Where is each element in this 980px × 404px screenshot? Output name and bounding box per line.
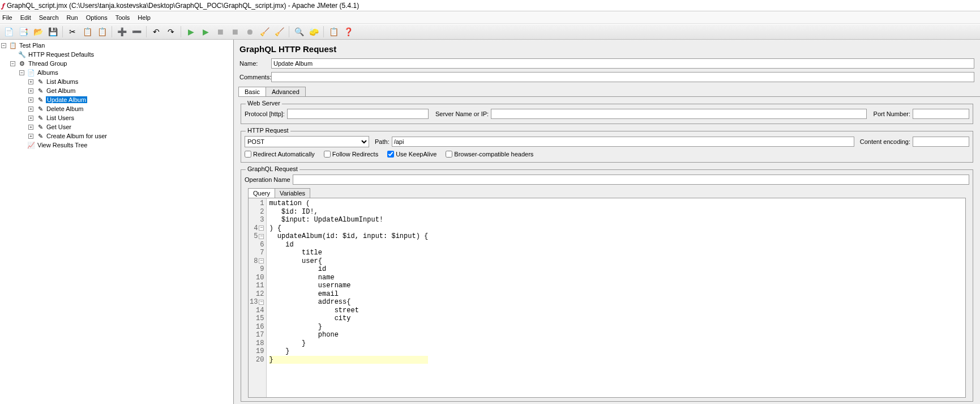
keepalive-checkbox[interactable]: Use KeepAlive	[387, 151, 436, 158]
menu-options[interactable]: Options	[86, 14, 108, 21]
tree-item-update-album[interactable]: +✎Update Album	[0, 95, 233, 104]
stop-icon[interactable]: ⏹	[214, 25, 226, 38]
code-line[interactable]: mutation (	[269, 199, 428, 208]
help-icon[interactable]: ❓	[342, 25, 354, 38]
tab-basic[interactable]: Basic	[238, 87, 266, 96]
tree-item-albums[interactable]: −📄Albums	[0, 68, 233, 77]
search-icon[interactable]: 🔍	[293, 25, 305, 38]
cut-icon[interactable]: ✂	[66, 25, 79, 38]
code-line[interactable]: city	[269, 314, 428, 323]
code-line[interactable]: }	[269, 347, 428, 356]
server-input[interactable]	[491, 109, 867, 119]
clear-icon[interactable]: 🧹	[258, 25, 271, 38]
fold-icon[interactable]: −	[259, 226, 264, 231]
tree-item-list-albums[interactable]: +✎List Albums	[0, 77, 233, 86]
subtab-query[interactable]: Query	[248, 188, 275, 198]
tab-advanced[interactable]: Advanced	[266, 87, 306, 96]
browser-compat-checkbox[interactable]: Browser-compatible headers	[446, 151, 533, 158]
redo-icon[interactable]: ↷	[165, 25, 177, 38]
comments-input[interactable]	[271, 72, 974, 82]
code-line[interactable]: street	[269, 307, 428, 315]
tree-toggle-icon[interactable]: −	[1, 43, 6, 48]
toggle-icon[interactable]: ⏺	[243, 25, 256, 38]
protocol-input[interactable]	[287, 109, 429, 119]
tree-item-test-plan[interactable]: −📋Test Plan	[0, 41, 233, 50]
undo-icon[interactable]: ↶	[150, 25, 162, 38]
tree-toggle-icon[interactable]: +	[28, 107, 33, 112]
menu-help[interactable]: Help	[138, 14, 151, 21]
code-line[interactable]: name	[269, 274, 428, 282]
code-line[interactable]: }	[269, 323, 428, 331]
tree-item-thread-group[interactable]: −⚙Thread Group	[0, 59, 233, 68]
reset-search-icon[interactable]: 🧽	[307, 25, 320, 38]
tree-toggle-icon[interactable]: −	[10, 61, 15, 66]
encoding-input[interactable]	[913, 137, 969, 147]
save-icon[interactable]: 💾	[46, 25, 59, 38]
tree-item-list-users[interactable]: +✎List Users	[0, 113, 233, 122]
menu-file[interactable]: File	[2, 14, 12, 21]
code-line[interactable]: ) {	[269, 224, 428, 233]
tree-toggle-icon[interactable]: +	[28, 88, 33, 93]
code-line[interactable]: email	[269, 290, 428, 299]
tree-toggle-icon[interactable]: +	[28, 125, 33, 130]
code-line[interactable]: }	[269, 356, 428, 364]
tree-toggle-icon[interactable]: −	[19, 70, 24, 75]
run-icon[interactable]: ▶	[185, 25, 197, 38]
add-icon[interactable]: ➕	[115, 25, 128, 38]
code-line[interactable]: user{	[269, 257, 428, 266]
redirect-auto-checkbox[interactable]: Redirect Automatically	[245, 151, 315, 158]
tree-toggle-icon[interactable]: +	[28, 116, 33, 121]
code-line[interactable]: id	[269, 265, 428, 274]
templates-icon[interactable]: 📑	[17, 25, 29, 38]
code-line[interactable]: address{	[269, 298, 428, 307]
name-input[interactable]	[271, 58, 974, 69]
fold-icon[interactable]: −	[259, 258, 264, 263]
open-icon[interactable]: 📂	[32, 25, 44, 38]
clear-all-icon[interactable]: 🧹	[273, 25, 285, 38]
port-input[interactable]	[913, 109, 969, 119]
path-input[interactable]	[392, 137, 854, 147]
toolbar-separator	[323, 26, 324, 37]
paste-icon[interactable]: 📋	[96, 25, 108, 38]
code-line[interactable]: username	[269, 282, 428, 290]
fold-icon[interactable]: −	[259, 300, 264, 305]
code-line[interactable]: updateAlbum(id: $id, input: $input) {	[269, 232, 428, 241]
tree-toggle-icon[interactable]: +	[28, 79, 33, 84]
code-line[interactable]: phone	[269, 331, 428, 339]
run-noTimer-icon[interactable]: ▶	[199, 25, 212, 38]
tree-label: View Results Tree	[37, 142, 88, 148]
function-helper-icon[interactable]: 📋	[327, 25, 340, 38]
remove-icon[interactable]: ➖	[130, 25, 143, 38]
tree-item-get-album[interactable]: +✎Get Album	[0, 86, 233, 95]
code-area[interactable]: mutation ( $id: ID!, $input: UpdateAlbum…	[267, 198, 430, 397]
opname-input[interactable]	[293, 175, 969, 185]
tree-panel[interactable]: −📋Test Plan🔧HTTP Request Defaults−⚙Threa…	[0, 40, 234, 404]
menu-tools[interactable]: Tools	[115, 14, 130, 21]
tree-item-http-request-defaults[interactable]: 🔧HTTP Request Defaults	[0, 50, 233, 59]
tree-item-get-user[interactable]: +✎Get User	[0, 122, 233, 131]
menu-run[interactable]: Run	[67, 14, 78, 21]
main-area: −📋Test Plan🔧HTTP Request Defaults−⚙Threa…	[0, 40, 980, 404]
shutdown-icon[interactable]: ⏹	[229, 25, 241, 38]
code-editor[interactable]: 1234−5−678−910111213−14151617181920 muta…	[248, 198, 966, 398]
tree-item-delete-album[interactable]: +✎Delete Album	[0, 104, 233, 113]
tree-item-create-album-for-user[interactable]: +✎Create Album for user	[0, 131, 233, 141]
menu-edit[interactable]: Edit	[20, 14, 31, 21]
code-line[interactable]: title	[269, 249, 428, 257]
tree-item-view-results-tree[interactable]: 📈View Results Tree	[0, 141, 233, 150]
menu-search[interactable]: Search	[39, 14, 59, 21]
code-line[interactable]: $id: ID!,	[269, 208, 428, 216]
tree-label: Test Plan	[19, 42, 45, 49]
code-line[interactable]: id	[269, 241, 428, 249]
method-select[interactable]: POST	[245, 136, 369, 147]
copy-icon[interactable]: 📋	[81, 25, 93, 38]
new-icon[interactable]: 📄	[2, 25, 15, 38]
code-line[interactable]: $input: UpdateAlbumInput!	[269, 216, 428, 224]
subtab-variables[interactable]: Variables	[275, 188, 310, 198]
code-line[interactable]: }	[269, 339, 428, 348]
tree-toggle-icon[interactable]: +	[28, 97, 33, 103]
fold-icon[interactable]: −	[259, 234, 264, 239]
gutter-line: 17	[250, 331, 264, 339]
tree-toggle-icon[interactable]: +	[28, 134, 33, 139]
follow-redirects-checkbox[interactable]: Follow Redirects	[324, 151, 378, 158]
